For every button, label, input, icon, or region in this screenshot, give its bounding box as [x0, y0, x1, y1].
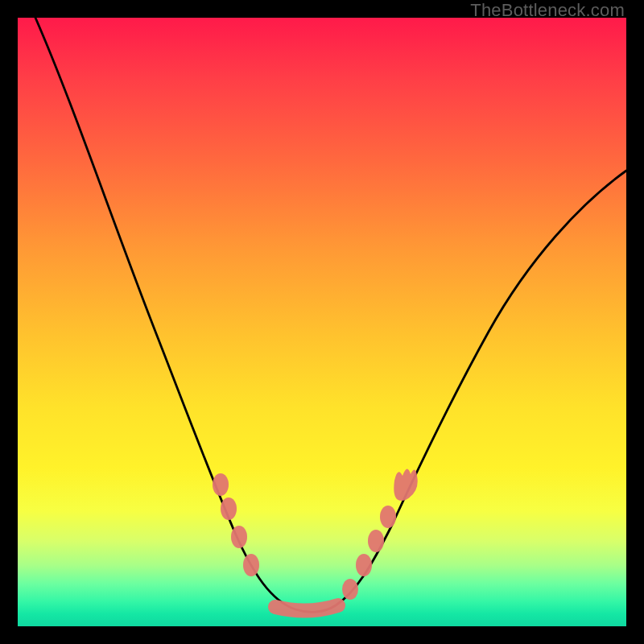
trough-blob — [275, 605, 338, 611]
left-blob-2 — [221, 497, 237, 520]
right-blob-1 — [342, 579, 358, 600]
curve-markers — [213, 469, 418, 610]
bottleneck-curve — [35, 18, 626, 612]
left-blob-4 — [243, 554, 259, 576]
left-blob-1 — [213, 473, 229, 496]
chart-frame: TheBottleneck.com — [0, 0, 644, 644]
right-blob-5 — [394, 469, 417, 501]
curve-overlay — [18, 18, 626, 626]
right-blob-4 — [380, 506, 396, 528]
left-blob-3 — [231, 526, 247, 548]
right-blob-3 — [368, 530, 384, 552]
right-blob-2 — [356, 554, 372, 576]
